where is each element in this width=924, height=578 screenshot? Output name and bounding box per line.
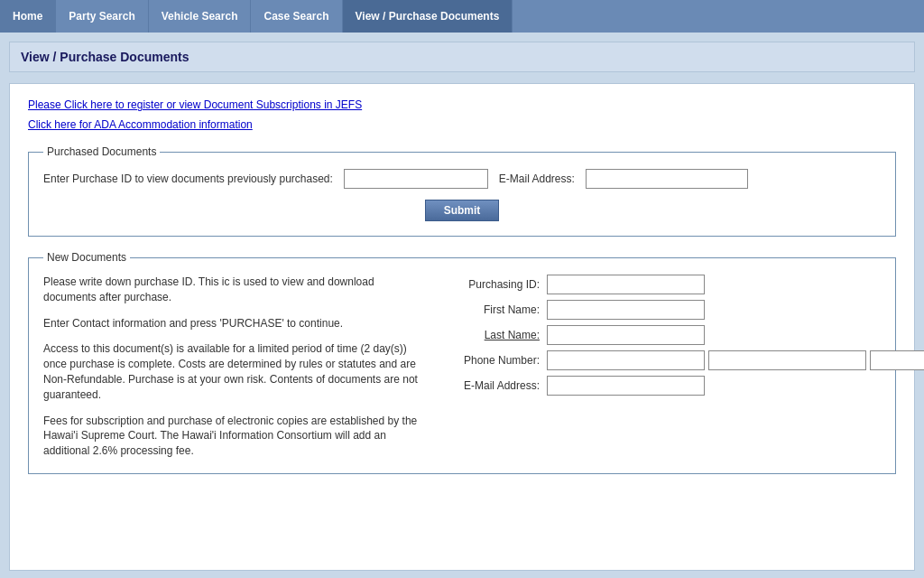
first-name-input[interactable] (547, 300, 705, 320)
tab-vehicle-search[interactable]: Vehicle Search (149, 0, 252, 33)
purchasing-id-row: Purchasing ID: (440, 275, 924, 294)
tab-case-search[interactable]: Case Search (251, 0, 342, 33)
page-title: View / Purchase Documents (21, 50, 189, 64)
purchase-id-input[interactable] (344, 169, 488, 189)
phone-number-input[interactable] (870, 350, 924, 370)
tab-home[interactable]: Home (0, 0, 56, 33)
purchasing-id-input[interactable] (547, 275, 705, 294)
tab-party-search[interactable]: Party Search (56, 0, 148, 33)
ada-link-container: Click here for ADA Accommodation informa… (28, 118, 896, 131)
tab-view-purchase[interactable]: View / Purchase Documents (343, 0, 513, 33)
purchasing-id-label: Purchasing ID: (440, 278, 540, 291)
purchased-documents-legend: Purchased Documents (43, 145, 160, 158)
submit-row: Submit (43, 200, 881, 221)
content-area: Please Click here to register or view Do… (9, 83, 915, 571)
new-docs-inner: Please write down purchase ID. This ic i… (43, 275, 881, 459)
page-title-bar: View / Purchase Documents (9, 42, 915, 72)
navbar: Home Party Search Vehicle Search Case Se… (0, 0, 924, 33)
new-documents-legend: New Documents (43, 251, 130, 264)
info-text-2: Enter Contact information and press 'PUR… (43, 316, 422, 331)
new-email-row: E-Mail Address: (440, 376, 924, 396)
new-email-label: E-Mail Address: (440, 379, 540, 392)
first-name-label: First Name: (440, 303, 540, 316)
last-name-row: Last Name: (440, 325, 924, 345)
phone-inputs (547, 350, 924, 370)
purchased-documents-section: Purchased Documents Enter Purchase ID to… (28, 145, 896, 237)
phone-row: Phone Number: (440, 350, 924, 370)
first-name-row: First Name: (440, 300, 924, 320)
last-name-label: Last Name: (440, 329, 540, 341)
phone-area-input[interactable] (547, 350, 705, 370)
purchased-email-input[interactable] (586, 169, 748, 189)
info-text-1: Please write down purchase ID. This ic i… (43, 275, 422, 305)
purchase-id-label: Enter Purchase ID to view documents prev… (43, 172, 333, 185)
jefs-link[interactable]: Please Click here to register or view Do… (28, 98, 362, 111)
phone-prefix-input[interactable] (708, 350, 866, 370)
new-docs-info: Please write down purchase ID. This ic i… (43, 275, 422, 459)
new-documents-section: New Documents Please write down purchase… (28, 251, 896, 474)
ada-link[interactable]: Click here for ADA Accommodation informa… (28, 118, 253, 131)
new-email-input[interactable] (547, 376, 705, 396)
phone-label: Phone Number: (440, 354, 540, 367)
purchased-row: Enter Purchase ID to view documents prev… (43, 169, 881, 189)
submit-button[interactable]: Submit (425, 200, 500, 221)
new-docs-form: Purchasing ID: First Name: Last Name: Ph… (440, 275, 924, 459)
info-text-4: Fees for subscription and purchase of el… (43, 414, 422, 459)
jefs-link-container: Please Click here to register or view Do… (28, 98, 896, 111)
main-area: View / Purchase Documents Please Click h… (0, 33, 924, 578)
purchased-email-label: E-Mail Address: (499, 172, 575, 185)
info-text-3: Access to this document(s) is available … (43, 341, 422, 402)
last-name-input[interactable] (547, 325, 705, 345)
